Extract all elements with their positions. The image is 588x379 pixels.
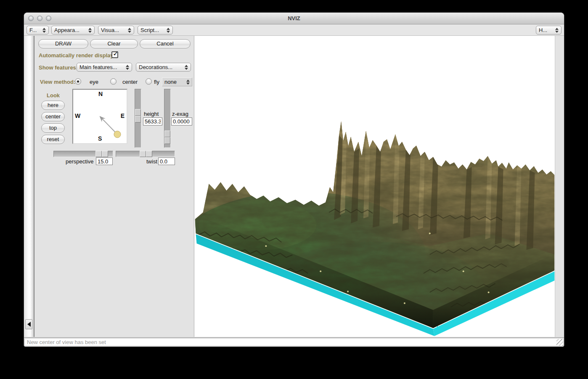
stepper-icon bbox=[185, 65, 188, 70]
menu-bar: F... Appeara... Visua... Script... H... bbox=[24, 24, 564, 36]
twist-label: twist bbox=[146, 158, 157, 165]
stepper-icon bbox=[88, 28, 92, 33]
twist-slider-thumb[interactable] bbox=[140, 151, 152, 157]
compass-south-label: S bbox=[98, 135, 102, 142]
status-message: New center of view has been set bbox=[24, 338, 564, 346]
compass-east-label: E bbox=[121, 112, 124, 119]
menu-visualize[interactable]: Visua... bbox=[98, 26, 134, 35]
compass-north-label: N bbox=[98, 91, 103, 97]
menu-help-label: H... bbox=[539, 27, 552, 33]
perspective-slider[interactable] bbox=[53, 151, 113, 157]
clear-button[interactable]: Clear bbox=[90, 39, 138, 48]
draw-button[interactable]: DRAW bbox=[38, 39, 88, 48]
auto-render-checkbox[interactable]: ✓ bbox=[111, 51, 118, 58]
resize-grip-icon[interactable] bbox=[556, 339, 563, 346]
radio-dot-icon bbox=[77, 80, 79, 83]
menu-file[interactable]: F... bbox=[26, 26, 49, 35]
stepper-icon bbox=[128, 28, 131, 33]
menu-visualize-label: Visua... bbox=[101, 27, 124, 33]
menu-file-label: F... bbox=[29, 27, 39, 33]
fly-mode-label: none bbox=[164, 79, 183, 85]
main-region: DRAW Clear Cancel Automatically render d… bbox=[24, 36, 564, 337]
view-method-label: View method: bbox=[40, 79, 75, 85]
height-slider-thumb[interactable] bbox=[135, 109, 141, 123]
stepper-icon bbox=[167, 28, 170, 33]
twist-slider[interactable] bbox=[116, 151, 175, 157]
cancel-button[interactable]: Cancel bbox=[140, 39, 191, 48]
window-title: NVIZ bbox=[24, 15, 564, 21]
menu-scripting[interactable]: Script... bbox=[138, 26, 173, 35]
menu-scripting-label: Script... bbox=[140, 27, 163, 33]
height-slider[interactable] bbox=[135, 89, 141, 148]
stepper-icon bbox=[555, 28, 559, 33]
nviz-window: NVIZ F... Appeara... Visua... Script... … bbox=[24, 13, 564, 347]
radio-fly[interactable] bbox=[146, 78, 152, 85]
zexag-label: z-exag bbox=[172, 111, 188, 117]
perspective-value-input[interactable] bbox=[96, 157, 113, 165]
panel-sash[interactable] bbox=[24, 36, 34, 337]
fly-mode-popup[interactable]: none bbox=[162, 77, 192, 86]
auto-render-label: Automatically render display: bbox=[39, 52, 115, 59]
radio-eye-label: eye bbox=[90, 79, 98, 85]
view-position-pad[interactable]: N S W E bbox=[72, 89, 127, 144]
look-top-button[interactable]: top bbox=[41, 123, 65, 133]
menu-help[interactable]: H... bbox=[536, 26, 562, 35]
stepper-icon bbox=[186, 80, 190, 85]
main-features-label: Main features... bbox=[79, 64, 122, 70]
radio-center-label: center bbox=[122, 79, 138, 85]
menu-appearance-label: Appeara... bbox=[54, 27, 85, 33]
collapse-panel-button[interactable] bbox=[25, 319, 32, 329]
terrain-3d-view bbox=[194, 36, 555, 337]
compass-west-label: W bbox=[75, 112, 80, 119]
look-here-button[interactable]: here bbox=[41, 101, 65, 110]
chevron-left-icon bbox=[27, 322, 31, 327]
eye-position-puck[interactable] bbox=[114, 131, 121, 138]
title-bar[interactable]: NVIZ bbox=[24, 13, 564, 24]
zexag-value-input[interactable] bbox=[171, 117, 192, 125]
right-margin-strip bbox=[555, 36, 564, 337]
stepper-icon bbox=[126, 65, 129, 70]
radio-fly-label: fly bbox=[154, 79, 159, 85]
perspective-slider-thumb[interactable] bbox=[95, 151, 108, 157]
status-bar: New center of view has been set bbox=[24, 337, 564, 347]
zexag-slider-thumb[interactable] bbox=[164, 131, 170, 144]
menu-appearance[interactable]: Appeara... bbox=[51, 26, 95, 35]
look-title: Look bbox=[47, 92, 60, 99]
height-label: height bbox=[144, 111, 159, 117]
checkmark-icon: ✓ bbox=[113, 49, 119, 58]
radio-eye[interactable] bbox=[75, 78, 81, 85]
look-center-button[interactable]: center bbox=[41, 112, 65, 121]
look-reset-button[interactable]: reset bbox=[41, 135, 65, 144]
control-panel: DRAW Clear Cancel Automatically render d… bbox=[34, 36, 194, 337]
render-canvas[interactable] bbox=[194, 36, 555, 337]
twist-value-input[interactable] bbox=[158, 157, 175, 165]
height-value-input[interactable] bbox=[143, 117, 162, 125]
main-features-popup[interactable]: Main features... bbox=[77, 63, 132, 72]
show-features-label: Show features: bbox=[39, 64, 78, 71]
decorations-label: Decorations... bbox=[139, 64, 181, 70]
zexag-slider[interactable] bbox=[164, 89, 171, 148]
perspective-label: perspective bbox=[66, 158, 93, 165]
decorations-popup[interactable]: Decorations... bbox=[136, 63, 191, 72]
stepper-icon bbox=[42, 28, 46, 33]
radio-center[interactable] bbox=[110, 78, 117, 85]
